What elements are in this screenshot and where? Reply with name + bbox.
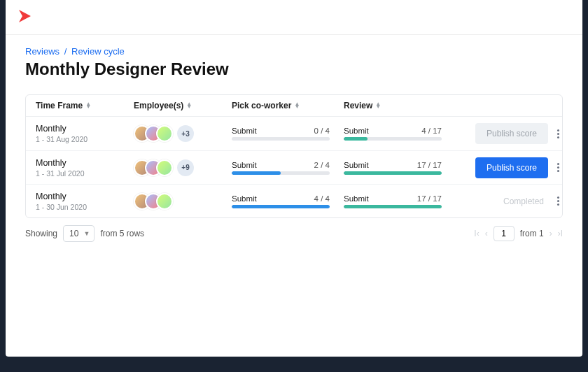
review-cell: Submit 17 / 17: [344, 194, 456, 208]
employees-cell: [134, 193, 232, 210]
progress-count: 2 / 4: [314, 161, 330, 169]
row-menu-icon[interactable]: [548, 163, 563, 172]
app-logo: [17, 8, 35, 26]
progress-fill: [344, 205, 442, 208]
page-size-select[interactable]: 10 ▼: [63, 225, 94, 242]
breadcrumb: Reviews / Review cycle: [25, 46, 563, 57]
last-page-icon[interactable]: ›I: [558, 229, 563, 238]
time-frame-cell: Monthly 1 - 31 Aug 2020: [36, 124, 134, 143]
pagination-left: Showing 10 ▼ from 5 rows: [25, 225, 144, 242]
col-pick-coworker-label: Pick co-worker: [232, 101, 291, 110]
pick-coworker-cell: Submit 0 / 4: [232, 127, 344, 141]
col-employees-label: Employee(s): [134, 101, 183, 110]
col-review-label: Review: [344, 101, 372, 110]
progress-label: Submit: [344, 127, 369, 135]
progress-label: Submit: [344, 194, 369, 203]
progress-count: 0 / 4: [314, 127, 330, 135]
progress-bar: [344, 171, 442, 175]
completed-label: Completed: [456, 196, 548, 206]
employees-cell: +3: [134, 125, 232, 142]
next-page-icon[interactable]: ›: [550, 229, 552, 238]
avatar: [156, 193, 173, 210]
employees-cell: +9: [134, 159, 232, 176]
review-cell: Submit 4 / 17: [344, 127, 456, 141]
period-label: Monthly: [36, 158, 134, 168]
from-rows-label: from 5 rows: [100, 229, 144, 238]
progress-fill: [344, 171, 442, 175]
prev-page-icon[interactable]: ‹: [485, 229, 488, 238]
date-range: 1 - 30 Jun 2020: [36, 203, 134, 211]
first-page-icon[interactable]: I‹: [474, 229, 479, 238]
review-cell: Submit 17 / 17: [344, 161, 456, 175]
col-time-frame-label: Time Frame: [36, 101, 83, 110]
progress-bar: [232, 171, 330, 175]
row-menu-icon[interactable]: [548, 129, 563, 138]
sort-icon: ▲▼: [294, 103, 300, 108]
progress-label: Submit: [344, 161, 369, 169]
page-content: Reviews / Review cycle Monthly Designer …: [6, 35, 582, 253]
progress-bar: [232, 205, 330, 208]
period-label: Monthly: [36, 192, 134, 201]
showing-label: Showing: [25, 229, 57, 238]
from-total-label: from 1: [520, 229, 544, 238]
progress-fill: [344, 137, 368, 141]
time-frame-cell: Monthly 1 - 31 Jul 2020: [36, 158, 134, 178]
topbar: [6, 0, 582, 35]
page-title: Monthly Designer Review: [25, 59, 563, 79]
progress-count: 17 / 17: [417, 161, 442, 169]
sort-icon: ▲▼: [186, 103, 192, 108]
publish-score-button: Publish score: [475, 123, 548, 144]
sort-icon: ▲▼: [85, 103, 91, 108]
avatar: [156, 125, 173, 142]
table-row: Monthly 1 - 31 Jul 2020 +9 Submit 2 / 4 …: [26, 150, 562, 184]
progress-count: 4 / 17: [421, 127, 442, 135]
progress-count: 4 / 4: [314, 194, 330, 203]
progress-bar: [344, 137, 442, 141]
chevron-down-icon: ▼: [83, 230, 90, 237]
sort-icon: ▲▼: [375, 103, 381, 108]
row-menu-icon[interactable]: [548, 196, 563, 206]
col-employees[interactable]: Employee(s) ▲▼: [134, 101, 232, 110]
progress-bar: [344, 205, 442, 208]
table-header: Time Frame ▲▼ Employee(s) ▲▼ Pick co-wor…: [26, 95, 562, 117]
publish-score-button[interactable]: Publish score: [475, 157, 548, 178]
action-cell: Publish score: [456, 157, 548, 178]
reviews-table: Time Frame ▲▼ Employee(s) ▲▼ Pick co-wor…: [25, 94, 563, 218]
page-input[interactable]: [493, 226, 514, 241]
pagination: Showing 10 ▼ from 5 rows I‹ ‹ from 1 › ›…: [25, 225, 563, 242]
breadcrumb-separator: /: [64, 46, 67, 57]
col-time-frame[interactable]: Time Frame ▲▼: [36, 101, 134, 110]
breadcrumb-review-cycle[interactable]: Review cycle: [71, 46, 125, 57]
action-cell: Publish score: [456, 123, 548, 144]
time-frame-cell: Monthly 1 - 30 Jun 2020: [36, 192, 134, 211]
table-row: Monthly 1 - 31 Aug 2020 +3 Submit 0 / 4 …: [26, 117, 562, 150]
pick-coworker-cell: Submit 2 / 4: [232, 161, 344, 175]
date-range: 1 - 31 Jul 2020: [36, 169, 134, 178]
avatar-overflow-badge[interactable]: +9: [177, 159, 194, 176]
progress-label: Submit: [232, 127, 257, 135]
avatar-overflow-badge[interactable]: +3: [177, 125, 194, 142]
progress-count: 17 / 17: [417, 194, 442, 203]
pagination-right: I‹ ‹ from 1 › ›I: [474, 226, 563, 241]
progress-bar: [232, 137, 330, 141]
table-row: Monthly 1 - 30 Jun 2020 Submit 4 / 4 Sub…: [26, 184, 562, 217]
progress-label: Submit: [232, 194, 257, 203]
progress-label: Submit: [232, 161, 257, 169]
action-cell: Completed: [456, 196, 548, 206]
avatar: [156, 159, 173, 176]
pick-coworker-cell: Submit 4 / 4: [232, 194, 344, 208]
col-review[interactable]: Review ▲▼: [344, 101, 456, 110]
page-size-value: 10: [69, 229, 78, 238]
period-label: Monthly: [36, 124, 134, 134]
breadcrumb-reviews[interactable]: Reviews: [25, 46, 59, 57]
date-range: 1 - 31 Aug 2020: [36, 135, 134, 143]
table-body: Monthly 1 - 31 Aug 2020 +3 Submit 0 / 4 …: [26, 117, 562, 217]
app-window: Reviews / Review cycle Monthly Designer …: [6, 0, 582, 357]
progress-fill: [232, 171, 281, 175]
col-pick-coworker[interactable]: Pick co-worker ▲▼: [232, 101, 344, 110]
progress-fill: [232, 205, 330, 208]
